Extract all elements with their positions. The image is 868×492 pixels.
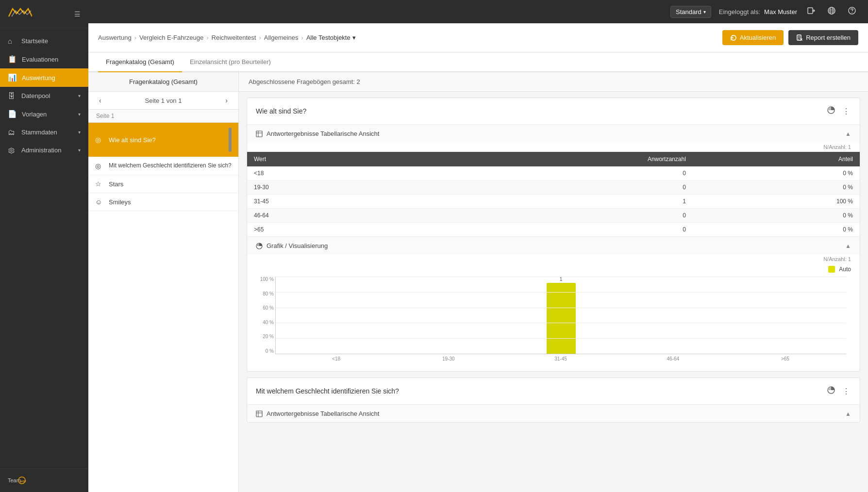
question-title-1: Wie alt sind Sie? <box>256 107 306 115</box>
card-header-actions-2: ⋮ <box>826 385 851 397</box>
report-button[interactable]: Report erstellen <box>788 30 858 45</box>
sidebar-toggle-btn[interactable]: ☰ <box>74 10 81 18</box>
breadcrumb-sep: › <box>134 34 136 41</box>
table-icon-2 <box>256 410 263 417</box>
tab-einzelansicht[interactable]: Einzelansicht (pro Beurteiler) <box>182 52 279 72</box>
breadcrumb-sep: › <box>206 34 208 41</box>
chart-type-btn-2[interactable] <box>826 385 836 397</box>
table-icon <box>256 131 263 137</box>
eingeloggt-label: Eingeloggt als: <box>719 8 760 16</box>
chevron-down-icon: ▾ <box>78 130 81 135</box>
right-panel: Abgeschlossene Fragebögen gesamt: 2 Wie … <box>239 72 868 492</box>
left-panel-header: Fragenkatalog (Gesamt) <box>88 72 238 92</box>
cell-percent: 0 % <box>693 180 860 195</box>
collapse-icon-2: ▲ <box>845 410 851 417</box>
breadcrumb-item-testobjekte[interactable]: Alle Testobjekte ▾ <box>306 34 356 41</box>
page-label-row: Seite 1 <box>88 110 238 123</box>
table-section-2: Antwortergebnisse Tabellarische Ansicht … <box>247 405 860 422</box>
x-label: 19-30 <box>392 356 504 361</box>
cell-value: 31-45 <box>247 195 405 209</box>
svg-rect-4 <box>808 8 813 14</box>
standard-dropdown[interactable]: Standard ▾ <box>670 6 711 18</box>
sidebar-item-label: Administration <box>21 147 73 154</box>
sidebar-item-datenpool[interactable]: 🗄 Datenpool ▾ <box>0 87 88 105</box>
chart-section-title: Grafik / Visualisierung <box>256 242 328 249</box>
sidebar: ☰ ⌂ Startseite 📋 Evaluationen 📊 Auswertu… <box>0 0 88 492</box>
main-area: Standard ▾ Eingeloggt als: Max Muster <box>88 0 868 492</box>
star-icon: ☆ <box>95 180 104 188</box>
question-card-header-2: Mit welchem Geschlecht identifizieren Si… <box>247 378 860 405</box>
section-title: Antwortergebnisse Tabellarische Ansicht <box>256 130 379 137</box>
question-card-2: Mit welchem Geschlecht identifizieren Si… <box>247 377 860 423</box>
completed-label: Abgeschlossene Fragebögen gesamt: 2 <box>239 72 868 92</box>
card-header-actions: ⋮ <box>826 105 851 117</box>
question-item-q2[interactable]: ◎ Mit welchem Geschlecht identifizieren … <box>88 157 238 175</box>
cell-value: <18 <box>247 166 405 180</box>
sidebar-logo-area: ☰ <box>0 0 88 28</box>
next-page-btn[interactable]: › <box>222 96 231 105</box>
chart-section-header-1[interactable]: Grafik / Visualisierung ▲ <box>247 237 860 254</box>
question-item-q3[interactable]: ☆ Stars <box>88 175 238 193</box>
breadcrumb-sep: › <box>301 34 303 41</box>
breadcrumb-item-allgemeines[interactable]: Allgemeines <box>264 34 299 41</box>
col-anteil: Anteil <box>693 152 860 166</box>
breadcrumb-item-reichweite[interactable]: Reichweitentest <box>212 34 256 41</box>
section-title-2: Antwortergebnisse Tabellarische Ansicht <box>256 410 379 417</box>
sidebar-item-stammdaten[interactable]: 🗂 Stammdaten ▾ <box>0 123 88 141</box>
table-row: 31-45 1 100 % <box>247 195 860 209</box>
breadcrumb-item-vergleich[interactable]: Vergleich E-Fahrzeuge <box>139 34 203 41</box>
sidebar-item-evaluationen[interactable]: 📋 Evaluationen <box>0 50 88 68</box>
cell-value: 46-64 <box>247 209 405 223</box>
svg-text:ware: ware <box>19 479 26 483</box>
legend-label: Auto <box>839 266 851 273</box>
chart-bar-group <box>393 277 505 354</box>
cell-percent: 0 % <box>693 166 860 180</box>
breadcrumb-item-auswertung[interactable]: Auswertung <box>98 34 132 41</box>
sidebar-item-administration[interactable]: Administration ▾ <box>0 141 88 160</box>
table-section-header-2[interactable]: Antwortergebnisse Tabellarische Ansicht … <box>247 405 860 422</box>
more-options-btn-2[interactable]: ⋮ <box>841 386 851 397</box>
breadcrumb-sep: › <box>259 34 261 41</box>
chart-icon: 📊 <box>8 73 17 82</box>
content-area: Auswertung › Vergleich E-Fahrzeuge › Rei… <box>88 23 868 492</box>
sidebar-item-startseite[interactable]: ⌂ Startseite <box>0 32 88 50</box>
question-item-q4[interactable]: ☺ Smileys <box>88 193 238 211</box>
cell-count: 0 <box>405 209 693 223</box>
scroll-thumb <box>229 128 232 152</box>
table-section-header-1[interactable]: Antwortergebnisse Tabellarische Ansicht … <box>247 125 860 142</box>
chart-type-btn[interactable] <box>826 105 836 117</box>
aktualisieren-button[interactable]: Aktualisieren <box>722 30 784 45</box>
chart-n-label-1: N/Anzahl: 1 <box>247 254 860 264</box>
cell-count: 1 <box>405 195 693 209</box>
question-item-q1[interactable]: ◎ Wie alt sind Sie? <box>88 123 238 157</box>
bar-value: 1 <box>560 277 563 282</box>
pagination-row: ‹ Seite 1 von 1 › <box>88 92 238 110</box>
prev-page-btn[interactable]: ‹ <box>96 96 104 105</box>
n-label-1: N/Anzahl: 1 <box>247 142 860 152</box>
sidebar-item-auswertung[interactable]: 📊 Auswertung <box>0 68 88 87</box>
globe-btn[interactable] <box>825 4 838 19</box>
tab-fragenkatalog[interactable]: Fragenkatalog (Gesamt) <box>98 52 182 72</box>
sidebar-item-vorlagen[interactable]: 📄 Vorlagen ▾ <box>0 105 88 123</box>
data-table-1: Wert Anwortzanzahl Anteil <18 0 0 % 19-3… <box>247 152 860 237</box>
cell-percent: 0 % <box>693 223 860 237</box>
topbar-profile: Eingeloggt als: Max Muster <box>719 8 797 16</box>
sidebar-footer: Team ware <box>0 468 88 492</box>
svg-point-8 <box>851 12 852 13</box>
folder-icon: 🗂 <box>8 128 17 136</box>
x-label: 46-64 <box>617 356 729 361</box>
question-card-1: Wie alt sind Sie? ⋮ <box>247 98 860 372</box>
cell-count: 0 <box>405 166 693 180</box>
sidebar-item-label: Datenpool <box>21 92 73 99</box>
question-card-header-1: Wie alt sind Sie? ⋮ <box>247 98 860 125</box>
chevron-down-icon: ▾ <box>352 34 356 41</box>
logout-btn[interactable] <box>805 4 818 19</box>
more-options-btn[interactable]: ⋮ <box>841 106 851 117</box>
x-axis-labels: <1819-3031-4546-64>65 <box>275 354 846 361</box>
help-btn[interactable] <box>846 4 858 19</box>
col-wert: Wert <box>247 152 405 166</box>
table-row: 19-30 0 0 % <box>247 180 860 195</box>
chart-section-1: Grafik / Visualisierung ▲ N/Anzahl: 1 Au… <box>247 237 860 371</box>
table-row: <18 0 0 % <box>247 166 860 180</box>
table-row: 46-64 0 0 % <box>247 209 860 223</box>
